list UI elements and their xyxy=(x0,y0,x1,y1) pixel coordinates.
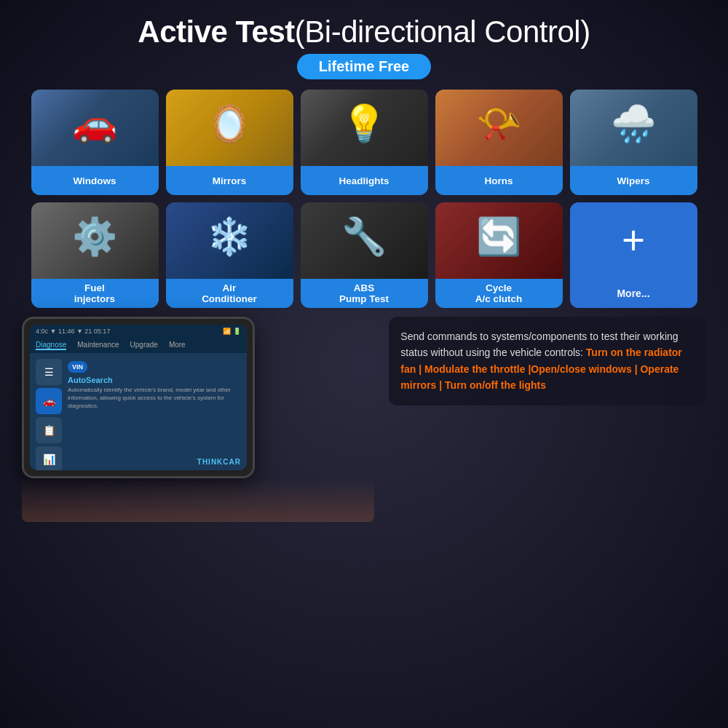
feature-grid: Windows Mirrors Headlights Horns Wipers xyxy=(22,90,706,308)
tablet-nav: Diagnose Maintenance Upgrade More xyxy=(30,338,247,353)
title-normal: (Bi-directional Control) xyxy=(295,15,590,49)
ac-label: Air Conditioner xyxy=(166,279,293,308)
feature-card-fuel-injectors[interactable]: Fuel injectors xyxy=(31,202,159,308)
tablet-screen: 4:0c ▼ 11:46 ▼ 21 05:17 📶 🔋 Diagnose Mai… xyxy=(30,325,247,470)
wipers-label: Wipers xyxy=(570,166,697,195)
tablet-car-icon[interactable]: 🚗 xyxy=(36,388,62,414)
tablet-content: ☰ 🚗 📋 📊 📝 VIN AutoSearch Automatically i… xyxy=(30,353,247,470)
ac-image xyxy=(166,202,293,279)
feature-card-horns[interactable]: Horns xyxy=(435,90,563,195)
tablet-nav-diagnose[interactable]: Diagnose xyxy=(36,341,66,350)
bottom-section: 4:0c ▼ 11:46 ▼ 21 05:17 📶 🔋 Diagnose Mai… xyxy=(22,317,706,522)
headlights-image xyxy=(301,90,428,166)
feature-card-windows[interactable]: Windows xyxy=(31,90,159,195)
lifetime-badge: Lifetime Free xyxy=(297,54,431,79)
tablet-sidebar: ☰ 🚗 📋 📊 📝 xyxy=(36,359,62,470)
tablet-status-left: 4:0c ▼ 11:46 ▼ 21 05:17 xyxy=(36,328,110,335)
title-bold: Active Test xyxy=(138,15,294,49)
cycle-label: Cycle A/c clutch xyxy=(435,279,563,308)
page-title: Active Test(Bi-directional Control) xyxy=(22,15,706,50)
tablet-autosearch-label: AutoSearch xyxy=(68,376,241,384)
tablet-chart-icon[interactable]: 📊 xyxy=(36,446,62,470)
hand-illustration xyxy=(22,478,374,522)
horns-label: Horns xyxy=(435,166,563,195)
feature-card-air-conditioner[interactable]: Air Conditioner xyxy=(166,202,293,308)
windows-image xyxy=(31,90,159,166)
feature-card-more[interactable]: + More... xyxy=(570,202,697,308)
feature-row-2: Fuel injectors Air Conditioner ABS Pump … xyxy=(22,202,706,308)
more-image-area: + xyxy=(570,202,697,279)
feature-card-mirrors[interactable]: Mirrors xyxy=(166,90,293,195)
fuel-image xyxy=(31,202,159,279)
tablet-brand-label: THINKCAR xyxy=(197,458,241,466)
tablet-list-icon[interactable]: 📋 xyxy=(36,417,62,443)
cycle-image xyxy=(435,202,563,279)
tablet-topbar: 4:0c ▼ 11:46 ▼ 21 05:17 📶 🔋 xyxy=(30,325,247,338)
abs-image xyxy=(301,202,428,279)
tablet-status-right: 📶 🔋 xyxy=(223,328,241,335)
tablet-main-area: VIN AutoSearch Automatically identify th… xyxy=(68,359,241,470)
feature-card-headlights[interactable]: Headlights xyxy=(301,90,428,195)
wipers-image xyxy=(570,90,697,166)
tablet-nav-more[interactable]: More xyxy=(169,341,186,350)
tablet-device: 4:0c ▼ 11:46 ▼ 21 05:17 📶 🔋 Diagnose Mai… xyxy=(22,317,255,478)
feature-card-cycle-ac[interactable]: Cycle A/c clutch xyxy=(435,202,563,308)
fuel-label: Fuel injectors xyxy=(31,279,159,308)
tablet-nav-upgrade[interactable]: Upgrade xyxy=(130,341,158,350)
plus-icon: + xyxy=(622,221,645,261)
feature-row-1: Windows Mirrors Headlights Horns Wipers xyxy=(22,90,706,195)
horns-image xyxy=(435,90,563,166)
tablet-mockup: 4:0c ▼ 11:46 ▼ 21 05:17 📶 🔋 Diagnose Mai… xyxy=(22,317,374,522)
tablet-vin-badge: VIN xyxy=(68,361,87,373)
mirrors-label: Mirrors xyxy=(166,166,293,195)
feature-card-wipers[interactable]: Wipers xyxy=(570,90,697,195)
more-label: More... xyxy=(570,279,697,308)
tablet-menu-icon[interactable]: ☰ xyxy=(36,359,62,385)
abs-label: ABS Pump Test xyxy=(301,279,428,308)
feature-card-abs-pump[interactable]: ABS Pump Test xyxy=(301,202,428,308)
tablet-nav-maintenance[interactable]: Maintenance xyxy=(77,341,119,350)
mirrors-image xyxy=(166,90,293,166)
info-box: Send commands to systems/components to t… xyxy=(389,317,706,405)
title-section: Active Test(Bi-directional Control) Life… xyxy=(22,15,706,79)
tablet-description: Automatically identify the vehicle's bra… xyxy=(68,386,241,411)
main-content: Active Test(Bi-directional Control) Life… xyxy=(0,0,728,537)
windows-label: Windows xyxy=(31,166,159,195)
headlights-label: Headlights xyxy=(301,166,428,195)
